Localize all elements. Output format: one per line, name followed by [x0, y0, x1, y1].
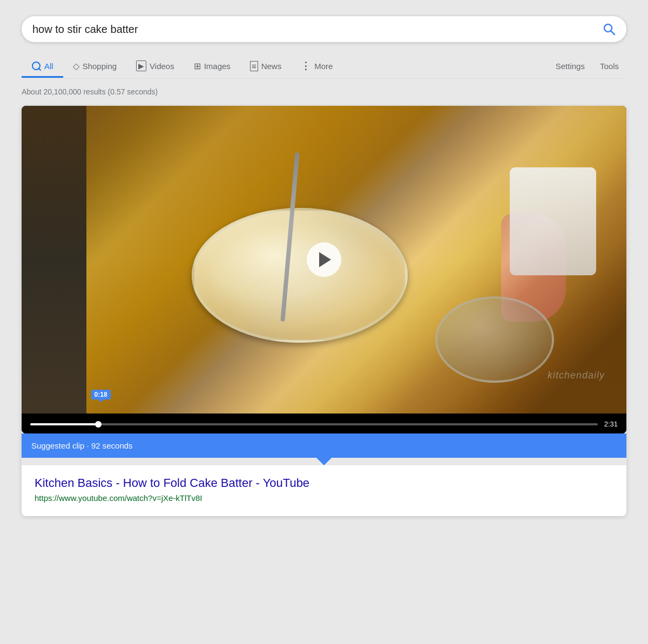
- play-triangle-icon: [319, 252, 331, 267]
- clip-indicator-arrow: [316, 458, 332, 465]
- bowl: [192, 208, 408, 343]
- progress-thumb: [95, 421, 102, 428]
- progress-bar[interactable]: 2:31: [30, 420, 618, 428]
- svg-line-3: [39, 69, 41, 71]
- result-info-card: Kitchen Basics - How to Fold Cake Batter…: [22, 465, 626, 516]
- tab-more[interactable]: ⋮ More: [291, 55, 342, 79]
- settings-label: Settings: [556, 62, 585, 71]
- tab-images-label: Images: [204, 62, 231, 71]
- chef-jacket: [510, 167, 596, 275]
- more-icon: ⋮: [301, 60, 311, 72]
- tools-label: Tools: [600, 62, 619, 71]
- videos-icon: ▶: [136, 60, 146, 71]
- all-tab-icon: [31, 61, 41, 71]
- shopping-icon: ◇: [73, 61, 79, 71]
- second-bowl: [435, 296, 554, 383]
- result-title[interactable]: Kitchen Basics - How to Fold Cake Batter…: [35, 476, 613, 490]
- video-result-card: kitchendaily 0:18 2:31 Suggested c: [22, 106, 626, 516]
- tools-tab[interactable]: Tools: [592, 56, 626, 76]
- progress-bar-track: [30, 423, 598, 425]
- results-count: About 20,100,000 results (0.57 seconds): [22, 87, 626, 96]
- video-thumbnail: kitchendaily: [22, 106, 626, 413]
- search-icon: [603, 23, 616, 36]
- suggested-clip-wrapper: Suggested clip · 92 seconds: [22, 433, 626, 465]
- current-time-badge: 0:18: [91, 390, 111, 399]
- video-player[interactable]: kitchendaily 0:18 2:31: [22, 106, 626, 433]
- tab-videos-label: Videos: [150, 62, 174, 71]
- news-icon: ≡: [250, 61, 258, 71]
- suggested-clip-text: Suggested clip · 92 seconds: [31, 441, 133, 450]
- tab-news-label: News: [261, 62, 282, 71]
- tabs-row: All ◇ Shopping ▶ Videos ⊞ Images ≡ News …: [22, 54, 626, 79]
- search-input[interactable]: [32, 23, 603, 36]
- svg-line-1: [611, 31, 615, 35]
- suggested-clip-bar: Suggested clip · 92 seconds: [22, 433, 626, 458]
- search-button[interactable]: [603, 23, 616, 36]
- tab-all-label: All: [44, 62, 53, 71]
- result-url: https://www.youtube.com/watch?v=jXe-kTlT…: [35, 493, 202, 503]
- play-button[interactable]: [307, 242, 341, 277]
- search-bar: [22, 16, 626, 42]
- settings-tab[interactable]: Settings: [548, 56, 592, 76]
- tab-all[interactable]: All: [22, 56, 63, 78]
- duration-label: 2:31: [604, 420, 618, 428]
- tab-shopping[interactable]: ◇ Shopping: [63, 56, 126, 78]
- images-icon: ⊞: [194, 61, 201, 71]
- tab-images[interactable]: ⊞ Images: [184, 56, 240, 78]
- watermark: kitchendaily: [548, 370, 605, 381]
- video-controls: 0:18 2:31: [22, 413, 626, 433]
- tab-news[interactable]: ≡ News: [240, 56, 291, 78]
- progress-bar-fill: [30, 423, 98, 425]
- tab-more-label: More: [314, 62, 333, 71]
- tab-shopping-label: Shopping: [83, 62, 117, 71]
- tab-videos[interactable]: ▶ Videos: [126, 55, 184, 78]
